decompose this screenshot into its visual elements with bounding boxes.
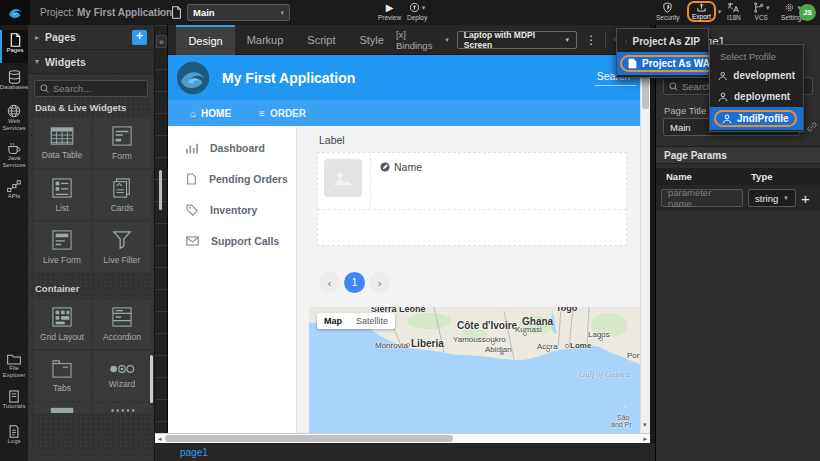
menu-item-project-as-zip[interactable]: Project As ZIP (617, 31, 708, 52)
sidebar-item-tutorials[interactable]: Tutorials (0, 387, 28, 410)
canvas-horizontal-scrollbar[interactable]: ◂ ▸ (155, 433, 650, 443)
deploy-button[interactable]: ▾ Deploy (407, 2, 427, 21)
wizard-icon (109, 364, 135, 374)
menu-item-dashboard[interactable]: Dashboard (186, 142, 296, 154)
menu-item-inventory[interactable]: Inventory (186, 204, 296, 216)
card-name-field[interactable]: Name (380, 161, 422, 173)
bind-link-icon[interactable] (806, 121, 818, 133)
person-icon (722, 114, 732, 124)
widget-cards[interactable]: Cards (93, 170, 151, 220)
sidebar-item-file-explorer[interactable]: File Explorer (0, 350, 28, 379)
dots-icon (109, 407, 135, 413)
gear-icon (784, 2, 795, 13)
collapse-panel-button[interactable]: « (156, 35, 167, 48)
page-next-button[interactable]: › (369, 272, 390, 293)
menu-item-pending-orders[interactable]: Pending Orders (186, 173, 296, 185)
pages-section-header[interactable]: ▸ Pages + (28, 25, 154, 50)
app-logo-icon (176, 61, 210, 95)
ruler-scrollbar[interactable] (159, 170, 162, 210)
scroll-right-icon[interactable]: ▸ (643, 435, 647, 442)
menu-item-development[interactable]: development (710, 65, 803, 86)
kebab-menu-button[interactable]: ⋮ (585, 33, 597, 47)
scroll-down-icon[interactable]: ▾ (643, 421, 647, 428)
map-button[interactable]: Map (317, 313, 349, 329)
chevron-down-icon: ▾ (35, 57, 39, 66)
widget-wizard[interactable]: Wizard (93, 351, 151, 401)
shield-icon (662, 2, 673, 13)
device-selector[interactable]: Laptop with MDPI Screen ▼ (457, 31, 577, 49)
app-side-menu: Dashboard Pending Orders Inventory Suppo… (168, 126, 296, 433)
menu-item-support-calls[interactable]: Support Calls (186, 235, 296, 247)
activity-bar: Pages Databases Web Services Java Servic… (0, 25, 28, 461)
export-button[interactable]: Export ▾ (687, 1, 721, 22)
page-prev-button[interactable]: ‹ (319, 272, 340, 293)
sidebar-item-apis[interactable]: APIs (0, 177, 28, 200)
hscroll-handle[interactable] (165, 435, 453, 442)
map-widget[interactable]: Map Satellite Sierra Leone Côte d'Ivoire… (309, 307, 641, 433)
i18n-button[interactable]: I18N (727, 2, 741, 21)
chart-bars-icon (186, 143, 198, 154)
page-params-header[interactable]: Page Params (656, 146, 820, 164)
param-type-select[interactable]: string ▼ (748, 189, 796, 207)
file-icon (625, 36, 627, 47)
data-table-icon (50, 127, 74, 145)
tab-markup[interactable]: Markup (235, 25, 296, 55)
widget-data-table[interactable]: Data Table (33, 118, 91, 168)
page-selector[interactable]: Main ▾ (187, 4, 290, 21)
tab-style[interactable]: Style (347, 25, 395, 55)
add-page-button[interactable]: + (132, 30, 147, 45)
sidebar-item-databases[interactable]: Databases (0, 67, 28, 91)
menu-item-jndiprofile[interactable]: JndiProfile (710, 107, 803, 130)
sidebar-item-logs[interactable]: Logs (0, 422, 28, 445)
logs-icon (8, 425, 20, 438)
widget-partial-1[interactable] (33, 403, 91, 413)
vcs-button[interactable]: ▾ VCS (753, 2, 770, 21)
widget-form[interactable]: Form (93, 118, 151, 168)
widget-list[interactable]: List (33, 170, 91, 220)
list-card[interactable]: Name (317, 152, 627, 246)
security-button[interactable]: Security (656, 2, 679, 21)
tabs-icon (52, 360, 72, 378)
sidebar-item-pages[interactable]: Pages (0, 30, 28, 63)
scroll-left-icon[interactable]: ◂ (158, 435, 162, 442)
wavemaker-studio: Project: My First Application › Main ▾ ▶… (0, 0, 820, 461)
canvas-vertical-scrollbar[interactable]: ▾ (640, 55, 650, 433)
nav-order[interactable]: ≡ ORDER (259, 108, 306, 119)
widget-accordion[interactable]: Accordion (93, 299, 151, 349)
widget-search-input[interactable]: Search... (34, 80, 148, 97)
widget-partial-2[interactable] (93, 403, 151, 413)
api-nodes-icon (7, 180, 21, 193)
design-canvas[interactable]: My First Application Search ⌂ HOME ≡ ORD… (168, 55, 640, 433)
canvas-ruler: « (155, 25, 168, 461)
widget-live-filter[interactable]: Live Filter (93, 222, 151, 272)
param-name-input[interactable]: parameter name (661, 189, 743, 207)
menu-item-project-as-war[interactable]: Project As WAR ▸ (617, 52, 708, 75)
sidebar-item-java-services[interactable]: Java Services (0, 139, 28, 169)
search-icon (669, 82, 678, 91)
app-logo[interactable] (0, 0, 30, 25)
panel-scrollbar[interactable] (150, 355, 153, 403)
col-type: Type (751, 171, 772, 182)
satellite-button[interactable]: Satellite (349, 313, 395, 329)
add-param-button[interactable]: + (801, 190, 810, 207)
chevron-down-icon: ▾ (280, 9, 284, 17)
sidebar-item-web-services[interactable]: Web Services (0, 101, 28, 132)
widgets-section-header[interactable]: ▾ Widgets (28, 50, 154, 74)
triangle-down-icon: ▼ (783, 195, 789, 201)
nav-home[interactable]: ⌂ HOME (190, 108, 231, 119)
status-page-link[interactable]: page1 (180, 447, 208, 458)
database-icon (8, 70, 21, 84)
widget-grid-layout[interactable]: Grid Layout (33, 299, 91, 349)
tab-design[interactable]: Design (176, 25, 234, 55)
bindings-button[interactable]: [x] Bindings ▾ (396, 29, 449, 51)
globe-icon (7, 104, 21, 118)
menu-item-deployment[interactable]: deployment (710, 86, 803, 107)
tab-script[interactable]: Script (295, 25, 347, 55)
col-name: Name (666, 171, 751, 182)
user-avatar[interactable]: JS (799, 4, 816, 21)
widget-live-form[interactable]: Live Form (33, 222, 91, 272)
preview-button[interactable]: ▶ Preview (378, 2, 401, 21)
page-current-button[interactable]: 1 (344, 272, 365, 293)
widget-tabs[interactable]: Tabs (33, 351, 91, 401)
group-title-container: Container (28, 278, 154, 299)
